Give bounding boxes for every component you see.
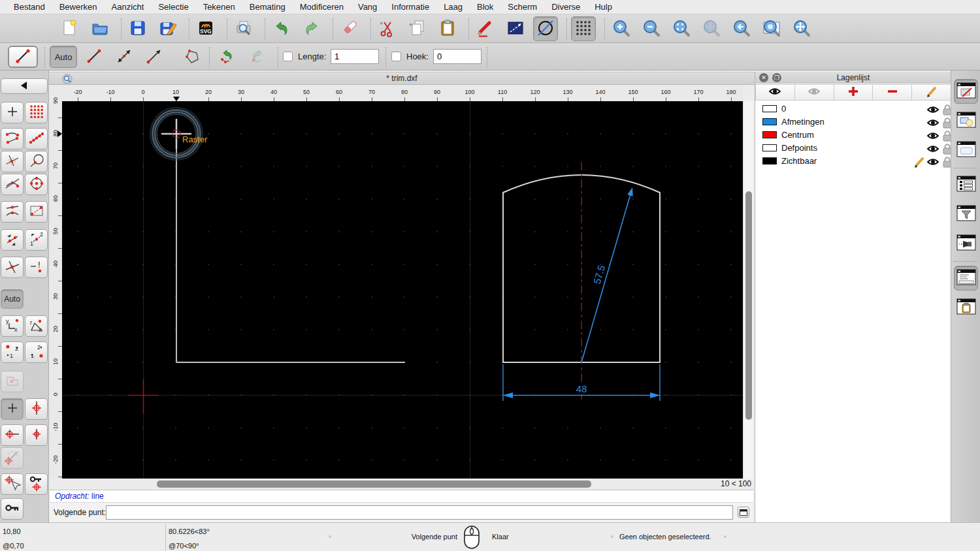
crosshair-small-button[interactable] — [25, 424, 48, 446]
vertical-scrollbar-thumb[interactable] — [745, 191, 752, 420]
angle-input[interactable] — [433, 49, 482, 64]
undo-button[interactable] — [269, 16, 294, 41]
menu-bestand[interactable]: Bestand — [7, 0, 52, 14]
view-light-dock-button[interactable] — [954, 231, 978, 256]
library-browser-dock-button[interactable] — [954, 138, 978, 163]
layer-edit-icon[interactable] — [913, 156, 925, 170]
save-as-button[interactable] — [155, 16, 180, 41]
menu-modificeren[interactable]: Modificeren — [293, 0, 351, 14]
selection-filter-dock-button[interactable] — [954, 202, 978, 227]
layer-row[interactable]: Centrum — [755, 129, 951, 142]
layer-visibility-icon[interactable] — [926, 156, 939, 170]
zoom-in-button[interactable] — [609, 16, 634, 41]
line-bidirectional-button[interactable] — [110, 46, 139, 68]
snap-nothing-button[interactable]: ! — [25, 257, 48, 278]
horizontal-scrollbar[interactable]: 10 < 100 — [49, 479, 755, 490]
clipboard-dock-button[interactable] — [954, 295, 978, 320]
grid-toggle-button[interactable] — [571, 16, 596, 41]
coordinate-cartesian-button[interactable]: yx — [1, 315, 24, 337]
menu-diverse[interactable]: Diverse — [544, 0, 587, 14]
snap-entity-button[interactable] — [25, 151, 48, 172]
vertical-scrollbar[interactable] — [743, 101, 753, 479]
zoom-window-button[interactable] — [759, 16, 784, 41]
line-auto-button[interactable]: Auto — [50, 46, 77, 68]
save-button[interactable] — [125, 16, 150, 41]
delete-button[interactable] — [337, 16, 362, 41]
print-preview-button[interactable] — [231, 16, 256, 41]
zoom-auto-button[interactable] — [669, 16, 694, 41]
copy-button[interactable]: + — [405, 16, 430, 41]
horizontal-scrollbar-thumb[interactable] — [157, 480, 591, 488]
layer-row[interactable]: Zichtbaar — [755, 155, 951, 168]
snap-auto-button[interactable]: Auto — [1, 289, 24, 309]
snap-back-button[interactable] — [1, 78, 48, 94]
snap-grid-button[interactable] — [25, 102, 48, 123]
paste-button[interactable] — [435, 16, 460, 41]
line-directed-button[interactable] — [140, 46, 169, 68]
snap-distance-button[interactable] — [25, 201, 48, 223]
menu-informatie[interactable]: Informatie — [384, 0, 436, 14]
menu-tekenen[interactable]: Tekenen — [196, 0, 242, 14]
zoom-pan-button[interactable] — [789, 16, 814, 41]
open-file-button[interactable] — [88, 16, 112, 41]
snap-cursor-button[interactable] — [1, 473, 24, 495]
edit-layer-button[interactable] — [912, 84, 951, 101]
export-svg-button[interactable]: SVG — [193, 16, 218, 41]
corner-point-1-button[interactable]: 12 — [1, 341, 24, 363]
crosshair-horizontal-button[interactable] — [1, 424, 24, 446]
coordinate-polar-button[interactable]: ra — [25, 315, 48, 337]
snap-on-entity-button[interactable] — [25, 128, 48, 150]
show-all-layers-button[interactable] — [755, 84, 795, 101]
zoom-out-button[interactable] — [639, 16, 664, 41]
set-relative-zero-button[interactable] — [1, 498, 24, 520]
menu-laag[interactable]: Laag — [436, 0, 470, 14]
layer-row[interactable]: Afmetingen — [755, 116, 951, 129]
snap-tangent-button[interactable] — [1, 174, 24, 195]
zoom-previous-button[interactable] — [729, 16, 754, 41]
drawn-polyline[interactable] — [176, 134, 405, 362]
polyline-tool-button[interactable] — [178, 46, 206, 68]
snap-middle-button[interactable] — [1, 201, 24, 223]
menu-blok[interactable]: Blok — [470, 0, 500, 14]
angle-checkbox[interactable] — [391, 52, 401, 61]
snap-free-button[interactable] — [1, 102, 24, 123]
menu-hulp[interactable]: Hulp — [587, 0, 619, 14]
layer-list-dock-button[interactable] — [954, 79, 978, 104]
menu-selectie[interactable]: Selectie — [151, 0, 195, 14]
restrict-angle-button[interactable] — [1, 229, 24, 251]
menu-bewerken[interactable]: Bewerken — [52, 0, 105, 14]
property-list-dock-button[interactable] — [954, 172, 978, 197]
command-line-dock-button[interactable] — [954, 266, 978, 291]
snap-intersection-manual-button[interactable] — [1, 151, 24, 172]
trim-tool-button[interactable] — [533, 16, 558, 41]
redo-button[interactable] — [299, 16, 324, 41]
snap-endpoints-button[interactable] — [1, 128, 24, 150]
dimension-diagonal[interactable] — [581, 187, 633, 362]
snap-intersection-button[interactable] — [1, 257, 24, 278]
menu-aanzicht[interactable]: Aanzicht — [105, 0, 152, 14]
length-input[interactable] — [331, 49, 379, 64]
menu-vang[interactable]: Vang — [351, 0, 384, 14]
length-checkbox[interactable] — [283, 52, 293, 61]
draw-pen-button[interactable] — [473, 16, 498, 41]
menu-scherm[interactable]: Scherm — [500, 0, 544, 14]
cut-button[interactable]: + — [375, 16, 400, 41]
restrict-one-two-button[interactable]: 12 — [25, 229, 48, 251]
line-points-button[interactable] — [80, 46, 108, 68]
add-layer-button[interactable] — [834, 84, 874, 101]
drawing-canvas[interactable]: Raster 57.5 48 — [62, 101, 743, 479]
layer-row[interactable]: 0 — [755, 102, 951, 116]
layer-row[interactable]: Defpoints — [755, 142, 951, 155]
undo-sequence-button[interactable] — [213, 46, 242, 68]
tool-line-segment-button[interactable] — [8, 46, 38, 68]
line-box-button[interactable] — [503, 16, 528, 41]
new-file-button[interactable] — [57, 16, 82, 41]
command-input[interactable] — [106, 505, 733, 520]
command-detach-button[interactable] — [738, 507, 749, 518]
corner-point-2-button[interactable]: 12 — [25, 341, 48, 363]
lock-relative-zero-button[interactable] — [25, 473, 48, 495]
menu-bemating[interactable]: Bemating — [242, 0, 293, 14]
hide-all-layers-button[interactable] — [795, 84, 834, 101]
snap-center-button[interactable] — [25, 174, 48, 195]
remove-layer-button[interactable] — [873, 84, 912, 101]
